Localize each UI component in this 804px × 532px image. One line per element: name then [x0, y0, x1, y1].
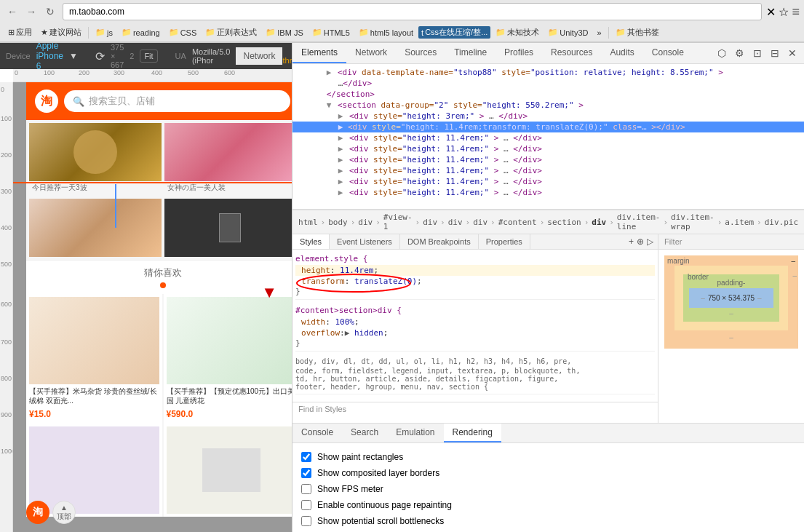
bc-div-active[interactable]: div — [592, 218, 606, 227]
expand-icon-2[interactable]: ▼ — [327, 100, 332, 110]
content-left-dash[interactable]: – — [701, 294, 705, 302]
bc-div3[interactable]: div — [448, 218, 463, 227]
tb-bottom-logo[interactable]: 淘 — [26, 501, 49, 524]
rotate-icon[interactable]: ⟳ — [95, 49, 105, 63]
back-button[interactable]: ← — [4, 4, 20, 20]
bookmark-html5[interactable]: 📁 HTML5 — [309, 26, 354, 39]
tab-elements[interactable]: Elements — [292, 43, 346, 63]
banner-item-2[interactable]: 女神の店一美人装 — [164, 123, 292, 196]
bc-item-line[interactable]: div.item-line — [617, 213, 661, 231]
bc-a-item[interactable]: a.item — [725, 218, 754, 227]
bookmark-html5-layout[interactable]: 📁 html5 layout — [355, 26, 417, 39]
bookmark-unknown-tech[interactable]: 📁 未知技术 — [492, 25, 543, 39]
bc-div2[interactable]: div — [423, 218, 437, 227]
bc-body[interactable]: body — [328, 218, 348, 227]
fps-meter-checkbox[interactable] — [301, 484, 311, 494]
banner-item-1[interactable]: 今日推荐一天3波 — [29, 123, 162, 196]
tab-sources[interactable]: Sources — [396, 43, 445, 63]
dom-line-5[interactable]: ▶ <div style="height: 3rem;" > … </div> — [292, 111, 804, 122]
bookmark-suggestions[interactable]: ★ 建议网站 — [37, 25, 85, 39]
continuous-repaint-checkbox[interactable] — [301, 500, 311, 510]
tab-search-bottom[interactable]: Search — [342, 424, 387, 442]
bookmark-css-compress[interactable]: t Css在线压缩/整... — [418, 26, 490, 39]
tab-console[interactable]: Console — [643, 43, 693, 63]
bookmark-js[interactable]: 📁 js — [92, 26, 116, 39]
product-item-2[interactable]: 【买手推荐】【预定优惠100元】出口美国 儿童绣花 ¥590.0 — [164, 294, 292, 424]
tab-dom-breakpoints[interactable]: DOM Breakpoints — [400, 234, 479, 249]
bookmark-apps[interactable]: ⊞ 应用 — [4, 25, 36, 39]
inspect-button[interactable]: ⬡ — [715, 44, 729, 62]
tab-styles[interactable]: Styles — [292, 234, 330, 249]
bookmark-css[interactable]: 📁 CSS — [165, 26, 201, 39]
copy-style-button[interactable]: ▷ — [647, 237, 653, 247]
dom-line-7[interactable]: ▶ <div style="height: 11.4rem;" > … </di… — [292, 132, 804, 143]
bc-item-wrap[interactable]: div.item-wrap — [671, 213, 715, 231]
undock-button[interactable]: ⊟ — [768, 44, 782, 62]
tab-timeline[interactable]: Timeline — [445, 43, 495, 63]
extension-icon[interactable]: ✕ — [766, 5, 776, 19]
taobao-search[interactable]: 🔍 搜索宝贝、店铺 — [64, 90, 290, 112]
bc-html[interactable]: html — [298, 218, 318, 227]
network-button[interactable]: Network — [236, 47, 282, 65]
reload-button[interactable]: ↻ — [42, 4, 58, 20]
dom-line-10[interactable]: ▶ <div style="height: 11.4rem;" > … </di… — [292, 165, 804, 176]
bc-div[interactable]: div — [358, 218, 373, 227]
style-prop-width[interactable]: width: 100%; — [295, 317, 655, 327]
style-prop-transform[interactable]: transform: translateZ(0); — [295, 276, 655, 287]
bookmark-regex[interactable]: 📁 正则表达式 — [202, 25, 260, 39]
fit-button[interactable]: Fit — [140, 49, 157, 63]
forward-button[interactable]: → — [23, 4, 39, 20]
banner-item-4[interactable] — [164, 199, 292, 257]
toggle-style-button[interactable]: ⊕ — [637, 237, 644, 247]
find-styles-input[interactable] — [349, 405, 652, 413]
address-bar[interactable] — [63, 3, 762, 20]
margin-minus[interactable]: – — [791, 257, 795, 265]
product-item-1[interactable]: 【买手推荐】米马杂货 珍贵的蚕丝绒/长绒棉 双面光... ¥15.0 — [26, 294, 162, 424]
dom-line-2[interactable]: …</div> — [292, 78, 804, 89]
bookmark-more[interactable]: » — [593, 27, 605, 39]
top-button[interactable]: ▲顶部 — [52, 501, 76, 524]
tab-rendering-bottom[interactable]: Rendering — [444, 424, 501, 442]
dom-line-3[interactable]: </section> — [292, 89, 804, 100]
bookmark-ibmjs[interactable]: 📁 IBM JS — [262, 26, 306, 39]
dom-line-11[interactable]: ▶ <div style="height: 11.4rem;" > … </di… — [292, 176, 804, 187]
bc-view1[interactable]: #view-1 — [383, 213, 413, 231]
banner-item-3[interactable] — [29, 199, 162, 257]
layer-borders-checkbox[interactable] — [301, 468, 311, 478]
dom-line-4[interactable]: ▼ <section data-group="2" style="height:… — [292, 100, 804, 111]
dom-line-9[interactable]: ▶ <div style="height: 11.4rem;" > … </di… — [292, 154, 804, 165]
tab-properties[interactable]: Properties — [479, 234, 530, 249]
scroll-bottlenecks-checkbox[interactable] — [301, 516, 311, 526]
expand-icon-1[interactable]: ▶ — [327, 68, 332, 77]
throttle-button[interactable]: No throttli... — [282, 47, 292, 65]
dom-line-6-selected[interactable]: ▶ <div style="height: 11.4rem;transform:… — [292, 122, 804, 132]
dom-line-12[interactable]: ▶ <div style="height: 11.4rem;" > … </di… — [292, 187, 804, 198]
dom-tree[interactable]: ▶ <div data-template-name="tshop88" styl… — [292, 64, 804, 210]
product-item-4[interactable] — [164, 424, 292, 517]
bc-content[interactable]: #content — [498, 218, 537, 227]
tab-emulation-bottom[interactable]: Emulation — [387, 424, 443, 442]
style-prop-height[interactable]: height: 11.4rem; — [295, 265, 655, 276]
expand-icon-3[interactable]: ▶ — [338, 111, 343, 121]
star-icon[interactable]: ☆ — [779, 5, 789, 19]
add-style-button[interactable]: + — [629, 237, 634, 247]
bookmark-other[interactable]: 📁 其他书签 — [612, 25, 663, 39]
close-devtools-button[interactable]: ✕ — [785, 44, 800, 62]
tab-resources[interactable]: Resources — [542, 43, 601, 63]
menu-icon[interactable]: ≡ — [792, 4, 800, 20]
dropdown-icon[interactable]: ▼ — [69, 51, 78, 61]
bc-div-pic[interactable]: div.pic — [765, 218, 798, 227]
settings-button[interactable]: ⚙ — [732, 44, 747, 62]
dock-button[interactable]: ⊡ — [750, 44, 765, 62]
tab-console-bottom[interactable]: Console — [292, 424, 342, 442]
bc-div4[interactable]: div — [473, 218, 487, 227]
bookmark-unity[interactable]: 📁 Unity3D — [544, 26, 592, 39]
tab-network[interactable]: Network — [346, 43, 396, 63]
tab-audits[interactable]: Audits — [601, 43, 642, 63]
dom-line-8[interactable]: ▶ <div style="height: 11.4rem;" > … </di… — [292, 143, 804, 154]
style-prop-overflow[interactable]: overflow:▶ hidden; — [295, 327, 655, 338]
dom-line-1[interactable]: ▶ <div data-template-name="tshop88" styl… — [292, 67, 804, 78]
bc-section[interactable]: section — [547, 218, 581, 227]
content-right-dash[interactable]: – — [757, 294, 762, 302]
tab-profiles[interactable]: Profiles — [495, 43, 542, 63]
